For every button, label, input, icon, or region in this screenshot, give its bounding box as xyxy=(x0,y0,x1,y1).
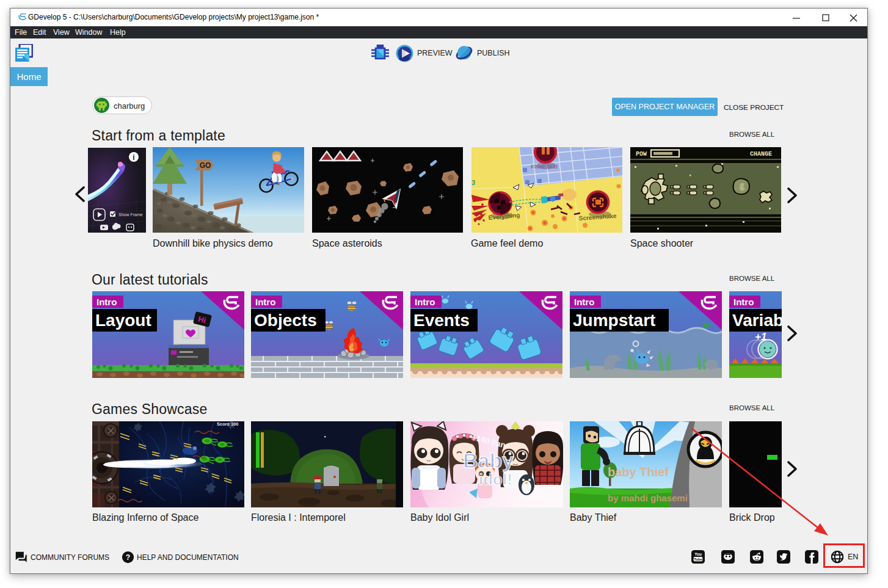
svg-text:Intro: Intro xyxy=(574,297,594,307)
svg-text:3: 3 xyxy=(471,179,475,186)
svg-text:Float Text: Float Text xyxy=(531,163,558,170)
svg-text:+1: +1 xyxy=(755,331,766,343)
svg-text:Layout: Layout xyxy=(95,311,151,330)
svg-text:You: You xyxy=(694,552,702,556)
svg-text:i: i xyxy=(133,153,134,162)
svg-text:Tube: Tube xyxy=(694,557,702,561)
svg-text:Variab: Variab xyxy=(732,311,782,330)
svg-text:Show Frame: Show Frame xyxy=(118,212,143,217)
svg-text:Score 100: Score 100 xyxy=(217,421,238,427)
svg-text:CHANGE: CHANGE xyxy=(750,151,772,158)
svg-text:Events: Events xyxy=(413,311,470,330)
svg-text:idol!: idol! xyxy=(479,470,512,488)
svg-text:GO: GO xyxy=(200,161,211,170)
svg-text:?: ? xyxy=(126,553,130,562)
svg-text:Jumpstart: Jumpstart xyxy=(573,311,655,330)
svg-text:Intro: Intro xyxy=(415,297,435,307)
svg-text:Baby: Baby xyxy=(463,449,514,472)
svg-text:Intro: Intro xyxy=(255,297,275,307)
svg-text:Objects: Objects xyxy=(254,311,317,330)
svg-text:Intro: Intro xyxy=(733,297,754,307)
svg-text:POW: POW xyxy=(636,151,647,158)
svg-text:Intro: Intro xyxy=(96,297,117,307)
svg-text:baby Thief: baby Thief xyxy=(608,465,669,479)
